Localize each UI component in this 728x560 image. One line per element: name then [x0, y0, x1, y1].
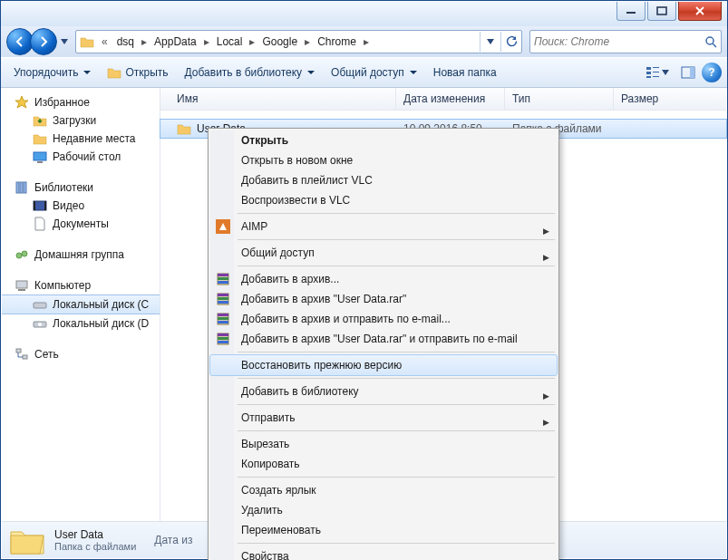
- nav-history-dropdown[interactable]: [57, 29, 72, 54]
- context-menu-item[interactable]: Открыть в новом окне: [210, 150, 557, 170]
- context-menu-label: Добавить в архив...: [241, 273, 339, 285]
- context-menu-item[interactable]: Добавить в плейлист VLC: [210, 170, 557, 190]
- context-menu-label: Открыть в новом окне: [241, 154, 353, 167]
- breadcrumb-item[interactable]: Google: [258, 35, 301, 48]
- new-folder-button[interactable]: Новая папка: [426, 62, 504, 83]
- context-menu-item[interactable]: Отправить: [210, 408, 557, 428]
- context-menu-item[interactable]: Добавить в архив "User Data.rar": [210, 289, 557, 309]
- svg-rect-38: [218, 314, 228, 316]
- titlebar: [1, 1, 727, 26]
- context-menu: ОткрытьОткрыть в новом окнеДобавить в пл…: [208, 128, 559, 560]
- chevron-right-icon[interactable]: ▸: [200, 35, 213, 48]
- minimize-button[interactable]: [616, 2, 645, 21]
- tree-libraries[interactable]: Библиотеки: [2, 179, 160, 197]
- address-dropdown[interactable]: [480, 32, 500, 52]
- context-menu-item[interactable]: Добавить в архив и отправить по e-mail..…: [210, 309, 557, 329]
- tree-computer[interactable]: Компьютер: [2, 276, 160, 294]
- svg-rect-6: [653, 67, 659, 68]
- context-menu-item[interactable]: Создать ярлык: [210, 480, 557, 500]
- context-menu-item[interactable]: Добавить в библиотеку: [210, 381, 557, 401]
- address-bar[interactable]: « dsq ▸ AppData ▸ Local ▸ Google ▸ Chrom…: [75, 30, 522, 53]
- context-menu-item[interactable]: Свойства: [210, 546, 557, 560]
- context-menu-label: Добавить в архив и отправить по e-mail..…: [241, 313, 451, 325]
- help-button[interactable]: ?: [702, 63, 722, 82]
- folder-icon: [9, 525, 45, 555]
- tree-desktop[interactable]: Рабочий стол: [2, 148, 160, 166]
- context-menu-label: Копировать: [241, 458, 300, 470]
- context-menu-item[interactable]: Восстановить прежнюю версию: [210, 355, 557, 375]
- context-menu-item[interactable]: Вырезать: [210, 434, 557, 454]
- open-button[interactable]: Открыть: [100, 62, 175, 83]
- context-menu-item[interactable]: Добавить в архив...: [210, 269, 557, 289]
- menu-separator: [238, 477, 555, 478]
- breadcrumb-item[interactable]: Chrome: [314, 35, 360, 48]
- search-box[interactable]: [529, 30, 722, 53]
- recent-icon: [33, 131, 47, 146]
- organize-button[interactable]: Упорядочить: [6, 62, 98, 83]
- context-menu-item[interactable]: Переименовать: [210, 520, 557, 540]
- svg-rect-0: [626, 12, 636, 14]
- aimp-icon: [216, 219, 230, 234]
- chevron-right-icon[interactable]: ▸: [301, 35, 314, 48]
- search-input[interactable]: [530, 35, 701, 48]
- context-menu-item[interactable]: Добавить в архив "User Data.rar" и отпра…: [210, 329, 557, 349]
- svg-rect-26: [16, 349, 21, 352]
- context-menu-label: Отправить: [241, 411, 296, 424]
- share-button[interactable]: Общий доступ: [324, 62, 424, 83]
- tree-favorites[interactable]: Избранное: [2, 93, 160, 111]
- star-icon: [15, 95, 29, 110]
- svg-rect-12: [37, 161, 43, 163]
- forward-button[interactable]: [30, 28, 57, 55]
- column-type[interactable]: Тип: [505, 88, 614, 110]
- svg-rect-40: [218, 321, 228, 323]
- libraries-icon: [15, 180, 29, 195]
- tree-network[interactable]: Сеть: [2, 345, 160, 363]
- chevron-right-icon[interactable]: ▸: [246, 35, 258, 48]
- tree-documents[interactable]: Документы: [2, 215, 160, 233]
- breadcrumb-item[interactable]: Local: [213, 35, 247, 48]
- column-date[interactable]: Дата изменения: [396, 88, 505, 110]
- preview-pane-button[interactable]: [676, 62, 700, 83]
- svg-rect-32: [218, 281, 228, 284]
- add-to-library-button[interactable]: Добавить в библиотеку: [178, 62, 323, 83]
- breadcrumb-item[interactable]: AppData: [150, 35, 200, 48]
- context-menu-item[interactable]: Воспроизвести в VLC: [210, 190, 557, 210]
- svg-rect-43: [218, 337, 228, 340]
- refresh-button[interactable]: [500, 32, 521, 52]
- breadcrumb-item[interactable]: dsq: [113, 35, 138, 48]
- menu-separator: [238, 239, 555, 240]
- chevron-right-icon[interactable]: ▸: [360, 35, 373, 48]
- menu-separator: [238, 352, 555, 352]
- context-menu-item[interactable]: Удалить: [210, 500, 557, 520]
- svg-rect-22: [18, 289, 25, 291]
- context-menu-item[interactable]: Открыть: [210, 130, 557, 150]
- view-options-button[interactable]: [640, 62, 675, 83]
- context-menu-label: Общий доступ: [241, 246, 315, 259]
- svg-rect-42: [218, 333, 228, 336]
- context-menu-item[interactable]: Копировать: [210, 454, 557, 474]
- context-menu-label: Восстановить прежнюю версию: [241, 359, 402, 372]
- context-menu-label: Добавить в плейлист VLC: [241, 174, 373, 187]
- maximize-button[interactable]: [647, 2, 676, 21]
- tree-homegroup[interactable]: Домашняя группа: [2, 246, 160, 264]
- column-size[interactable]: Размер: [614, 88, 726, 110]
- svg-rect-15: [24, 182, 26, 193]
- nav-row: « dsq ▸ AppData ▸ Local ▸ Google ▸ Chrom…: [1, 26, 727, 57]
- search-icon[interactable]: [701, 35, 721, 48]
- menu-separator: [238, 213, 555, 214]
- svg-point-20: [22, 251, 27, 256]
- details-title: User Data: [54, 528, 136, 541]
- context-menu-item[interactable]: AIMP: [210, 217, 557, 237]
- svg-rect-31: [218, 277, 228, 280]
- tree-local-disk-d[interactable]: Локальный диск (D: [2, 314, 160, 333]
- chevron-right-icon[interactable]: ▸: [138, 35, 150, 48]
- folder-icon: [80, 34, 94, 49]
- tree-downloads[interactable]: Загрузки: [2, 111, 160, 130]
- homegroup-icon: [15, 247, 29, 262]
- close-button[interactable]: [678, 2, 722, 21]
- context-menu-item[interactable]: Общий доступ: [210, 243, 557, 263]
- tree-recent[interactable]: Недавние места: [2, 130, 160, 148]
- tree-videos[interactable]: Видео: [2, 197, 160, 215]
- tree-local-disk-c[interactable]: Локальный диск (C: [2, 294, 160, 314]
- column-name[interactable]: Имя: [160, 88, 396, 110]
